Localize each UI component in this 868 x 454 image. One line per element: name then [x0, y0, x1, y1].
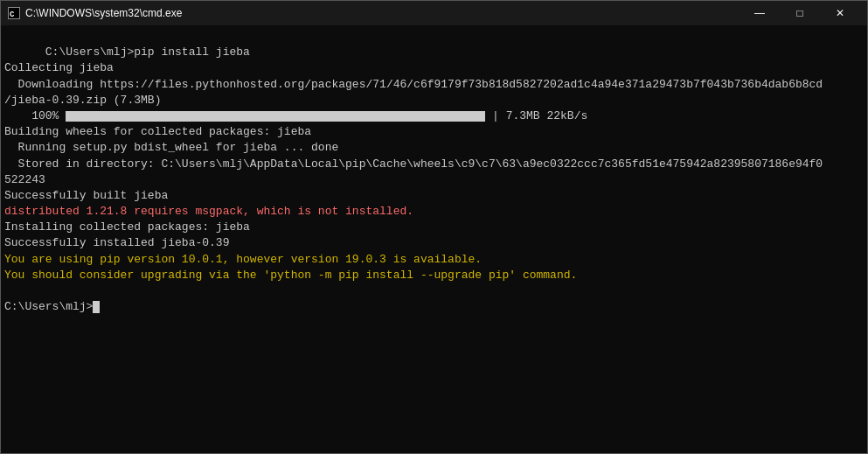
- line-7: Successfully built jieba: [4, 189, 168, 202]
- line-4: Building wheels for collected packages: …: [4, 125, 311, 138]
- title-bar-controls: — □ ✕: [740, 1, 860, 25]
- line-1: C:\Users\mlj>pip install jieba: [45, 45, 250, 59]
- cursor: [93, 301, 100, 313]
- line-error: distributed 1.21.8 requires msgpack, whi…: [4, 205, 413, 218]
- line-8: Installing collected packages: jieba: [4, 220, 250, 234]
- svg-text:C: C: [10, 10, 15, 18]
- line-warning-2: You should consider upgrading via the 'p…: [4, 269, 577, 282]
- line-progress: 100% | 7.3MB 22kB/s: [4, 109, 587, 122]
- line-9: Successfully installed jieba-0.39: [4, 236, 229, 249]
- window-title: C:\WINDOWS\system32\cmd.exe: [25, 7, 182, 19]
- line-6: Stored in directory: C:\Users\mlj\AppDat…: [4, 157, 823, 186]
- minimize-button[interactable]: —: [740, 1, 780, 25]
- line-5: Running setup.py bdist_wheel for jieba .…: [4, 141, 338, 154]
- maximize-button[interactable]: □: [780, 1, 820, 25]
- title-bar-left: C C:\WINDOWS\system32\cmd.exe: [8, 7, 182, 19]
- close-button[interactable]: ✕: [820, 1, 860, 25]
- line-3: Downloading https://files.pythonhosted.o…: [4, 78, 823, 107]
- cmd-icon: C: [8, 7, 20, 19]
- line-warning-1: You are using pip version 10.0.1, howeve…: [4, 253, 482, 266]
- terminal-body[interactable]: C:\Users\mlj>pip install jieba Collectin…: [1, 25, 867, 453]
- line-2: Collecting jieba: [4, 61, 114, 74]
- line-prompt: C:\Users\mlj>: [4, 300, 100, 313]
- terminal-content: C:\Users\mlj>pip install jieba Collectin…: [4, 29, 864, 332]
- cmd-window: C C:\WINDOWS\system32\cmd.exe — □ ✕ C:\U…: [0, 0, 868, 454]
- title-bar: C C:\WINDOWS\system32\cmd.exe — □ ✕: [1, 1, 867, 25]
